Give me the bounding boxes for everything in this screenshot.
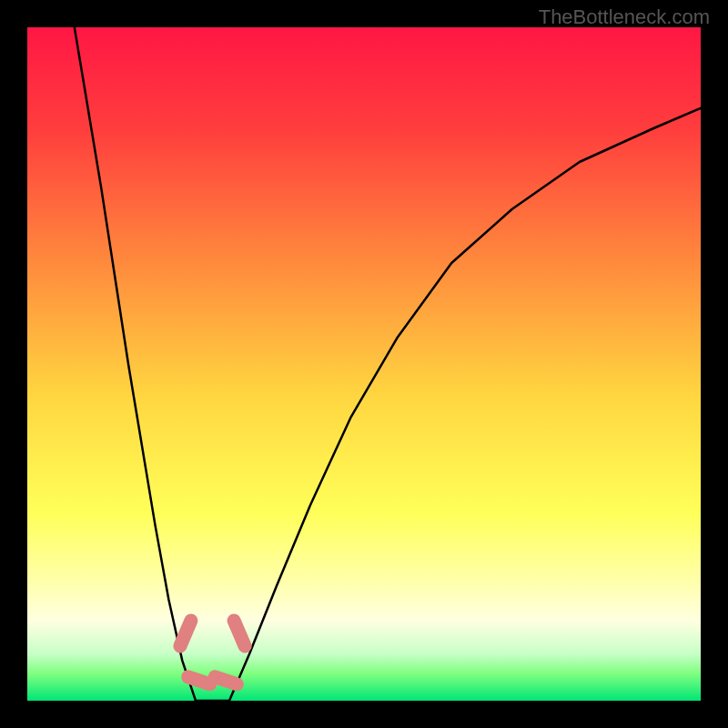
chart-svg [27, 27, 701, 701]
chart-container: TheBottleneck.com [0, 0, 728, 728]
plot-area [27, 27, 701, 701]
marker-right-lower [215, 677, 237, 684]
watermark-text: TheBottleneck.com [539, 5, 710, 29]
marker-left-lower [188, 677, 210, 684]
